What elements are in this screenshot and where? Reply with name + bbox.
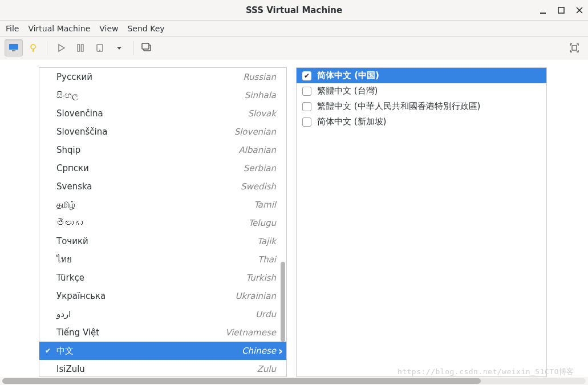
language-english-label: Vietnamese	[225, 327, 276, 338]
toolbar-separator	[47, 41, 47, 55]
language-english-label: Zulu	[257, 364, 276, 374]
menu-send-key[interactable]: Send Key	[127, 24, 164, 33]
language-row[interactable]: ShqipAlbanian	[39, 141, 286, 159]
details-view-button[interactable]	[24, 39, 42, 56]
language-native-label: Slovenčina	[56, 108, 103, 119]
locale-row[interactable]: 简体中文 (新加坡)	[297, 114, 546, 129]
scrollbar-thumb[interactable]	[281, 262, 285, 342]
maximize-icon[interactable]	[557, 6, 565, 14]
language-row[interactable]: தமிழ்Tamil	[39, 196, 286, 214]
language-row[interactable]: SvenskaSwedish	[39, 177, 286, 196]
locale-row[interactable]: 繁體中文 (中華人民共和國香港特別行政區)	[297, 99, 546, 114]
svg-rect-4	[9, 44, 18, 50]
language-native-label: Точикй	[56, 236, 88, 246]
svg-rect-12	[99, 50, 100, 51]
language-list[interactable]: РусскийRussianසිංහලSinhalaSlovenčinaSlov…	[39, 68, 286, 376]
content-area: РусскийRussianසිංහලSinhalaSlovenčinaSlov…	[0, 59, 588, 377]
minimize-icon[interactable]	[539, 6, 547, 14]
svg-rect-10	[82, 44, 84, 51]
shutdown-menu-button[interactable]	[110, 39, 128, 56]
language-list-panel: РусскийRussianසිංහලSinhalaSlovenčinaSlov…	[39, 67, 287, 377]
language-native-label: తెలుగు	[56, 218, 83, 228]
pause-button[interactable]	[71, 39, 90, 56]
language-native-label: Shqip	[56, 145, 80, 155]
locale-checkbox[interactable]	[302, 87, 311, 96]
locale-label: 简体中文 (新加坡)	[317, 116, 386, 127]
toolbar-separator	[133, 41, 133, 55]
language-native-label: Türkçe	[56, 273, 84, 283]
locale-checkbox[interactable]	[302, 102, 311, 111]
shutdown-button[interactable]	[91, 39, 109, 56]
svg-rect-0	[540, 13, 546, 14]
locale-row[interactable]: 繁體中文 (台灣)	[297, 83, 546, 99]
locale-label: 简体中文 (中国)	[317, 70, 379, 81]
close-icon[interactable]	[575, 6, 583, 14]
language-native-label: Slovenščina	[56, 127, 107, 137]
locale-label: 繁體中文 (台灣)	[317, 86, 378, 96]
language-native-label: ไทย	[56, 253, 72, 266]
svg-rect-9	[78, 44, 80, 51]
language-native-label: IsiZulu	[56, 364, 85, 374]
language-row[interactable]: 中文Chinese	[39, 342, 286, 360]
locale-checkbox[interactable]	[302, 117, 311, 127]
language-english-label: Tamil	[254, 200, 276, 210]
language-english-label: Tajik	[257, 236, 276, 246]
horizontal-scrollbar-thumb[interactable]	[2, 378, 481, 384]
language-english-label: Albanian	[238, 145, 276, 155]
language-english-label: Telugu	[248, 218, 276, 228]
language-row[interactable]: УкраїнськаUkrainian	[39, 287, 286, 305]
language-english-label: Urdu	[256, 309, 276, 319]
language-row[interactable]: ไทยThai	[39, 250, 286, 269]
language-row[interactable]: СрпскиSerbian	[39, 159, 286, 177]
language-row[interactable]: తెలుగుTelugu	[39, 214, 286, 232]
language-english-label: Slovak	[248, 108, 276, 119]
horizontal-scrollbar[interactable]	[2, 378, 586, 384]
language-english-label: Russian	[243, 72, 276, 82]
language-native-label: Српски	[56, 163, 89, 173]
locale-checkbox[interactable]	[302, 71, 311, 80]
svg-rect-5	[12, 50, 15, 51]
window-controls	[539, 6, 583, 14]
language-native-label: 中文	[56, 346, 74, 356]
language-row[interactable]: IsiZuluZulu	[39, 360, 286, 376]
language-native-label: Українська	[56, 291, 106, 301]
language-row[interactable]: SlovenčinaSlovak	[39, 104, 286, 123]
menu-view[interactable]: View	[99, 24, 118, 33]
console-view-button[interactable]	[5, 39, 23, 56]
locale-list-panel: 简体中文 (中国)繁體中文 (台灣)繁體中文 (中華人民共和國香港特別行政區)简…	[296, 67, 547, 377]
language-native-label: Tiếng Việt	[56, 327, 99, 338]
svg-rect-1	[558, 7, 564, 13]
language-row[interactable]: SlovenščinaSlovenian	[39, 123, 286, 141]
menu-virtual-machine[interactable]: Virtual Machine	[28, 24, 90, 33]
svg-rect-16	[572, 46, 577, 50]
language-row[interactable]: සිංහලSinhala	[39, 86, 286, 104]
language-row[interactable]: Tiếng ViệtVietnamese	[39, 323, 286, 342]
locale-label: 繁體中文 (中華人民共和國香港特別行政區)	[317, 101, 480, 112]
window-title: SSS Virtual Machine	[246, 5, 342, 15]
language-english-label: Ukrainian	[235, 291, 276, 301]
language-native-label: Русский	[56, 72, 92, 82]
language-english-label: Slovenian	[234, 127, 276, 137]
language-row[interactable]: TürkçeTurkish	[39, 269, 286, 287]
language-english-label: Swedish	[241, 181, 276, 192]
menubar: File Virtual Machine View Send Key	[0, 21, 588, 37]
language-native-label: Svenska	[56, 181, 92, 192]
language-native-label: தமிழ்	[56, 200, 75, 210]
language-row[interactable]: اردوUrdu	[39, 305, 286, 323]
svg-marker-13	[117, 47, 121, 50]
fullscreen-button[interactable]	[565, 39, 583, 56]
svg-rect-15	[142, 43, 149, 49]
play-button[interactable]	[52, 39, 70, 56]
menu-file[interactable]: File	[6, 24, 19, 33]
snapshot-button[interactable]	[138, 39, 156, 56]
titlebar: SSS Virtual Machine	[0, 0, 588, 21]
language-row[interactable]: ТочикйTajik	[39, 232, 286, 250]
watermark-text: https://blog.csdn.net/weixin_51CTO博客	[398, 367, 574, 377]
language-english-label: Thai	[258, 254, 276, 265]
svg-point-6	[31, 44, 35, 49]
language-english-label: Chinese	[242, 346, 276, 356]
locale-row[interactable]: 简体中文 (中国)	[297, 68, 546, 83]
language-english-label: Serbian	[244, 163, 276, 173]
locale-list[interactable]: 简体中文 (中国)繁體中文 (台灣)繁體中文 (中華人民共和國香港特別行政區)简…	[297, 68, 546, 129]
language-row[interactable]: РусскийRussian	[39, 68, 286, 86]
